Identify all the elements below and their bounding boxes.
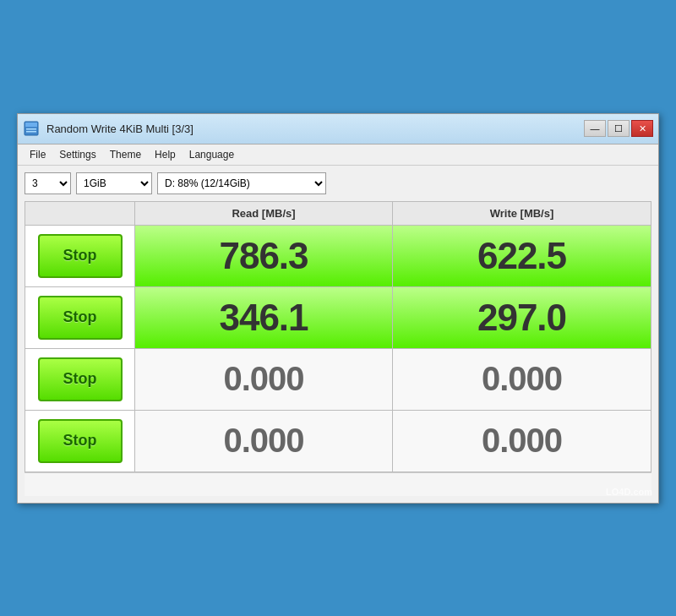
content-area: 3 1GiB D: 88% (12/14GiB) Read [MB/s] Wri… (18, 166, 658, 503)
queue-depth-select[interactable]: 3 (25, 172, 71, 194)
stop-button-1[interactable]: Stop (38, 234, 123, 278)
read-value-2: 346.1 (219, 297, 308, 339)
results-grid: Read [MB/s] Write [MB/s] Stop 786.3 622.… (25, 201, 651, 472)
toolbar: 3 1GiB D: 88% (12/14GiB) (25, 172, 651, 194)
table-row: Stop 346.1 297.0 (25, 287, 651, 349)
stop-button-3[interactable]: Stop (38, 357, 123, 401)
titlebar: Random Write 4KiB Multi [3/3] — ☐ ✕ (18, 114, 658, 144)
close-button[interactable]: ✕ (631, 120, 653, 137)
table-row: Stop 786.3 622.5 (25, 226, 651, 287)
write-value-4: 0.000 (482, 422, 562, 460)
menu-language[interactable]: Language (183, 147, 241, 162)
stop-cell-4: Stop (25, 411, 135, 472)
watermark: LO4D.com (606, 487, 652, 497)
menu-theme[interactable]: Theme (103, 147, 148, 162)
table-row: Stop 0.000 0.000 (25, 411, 651, 472)
write-value-cell-2: 297.0 (393, 287, 651, 348)
menubar: File Settings Theme Help Language (18, 144, 658, 166)
read-value-cell-1: 786.3 (135, 226, 393, 286)
menu-help[interactable]: Help (148, 147, 183, 162)
stop-cell-2: Stop (25, 287, 135, 348)
grid-header: Read [MB/s] Write [MB/s] (25, 202, 651, 226)
minimize-button[interactable]: — (584, 120, 606, 137)
read-value-3: 0.000 (223, 360, 303, 398)
stop-cell-3: Stop (25, 349, 135, 410)
write-value-cell-4: 0.000 (393, 411, 651, 472)
svg-rect-1 (25, 123, 37, 127)
header-write: Write [MB/s] (393, 202, 651, 225)
write-value-1: 622.5 (477, 235, 566, 277)
window-title: Random Write 4KiB Multi [3/3] (46, 123, 194, 135)
header-read: Read [MB/s] (135, 202, 393, 225)
titlebar-buttons: — ☐ ✕ (584, 120, 653, 137)
read-value-cell-4: 0.000 (135, 411, 393, 472)
menu-settings[interactable]: Settings (52, 147, 102, 162)
read-value-4: 0.000 (223, 422, 303, 460)
stop-button-2[interactable]: Stop (38, 296, 123, 340)
read-value-1: 786.3 (219, 235, 308, 277)
write-value-2: 297.0 (477, 297, 566, 339)
maximize-button[interactable]: ☐ (608, 120, 630, 137)
status-bar (25, 472, 651, 496)
table-row: Stop 0.000 0.000 (25, 349, 651, 411)
svg-rect-3 (26, 131, 36, 133)
titlebar-left: Random Write 4KiB Multi [3/3] (23, 120, 194, 137)
write-value-cell-3: 0.000 (393, 349, 651, 410)
header-col1 (25, 202, 135, 225)
write-value-cell-1: 622.5 (393, 226, 651, 286)
stop-button-4[interactable]: Stop (38, 419, 123, 463)
menu-file[interactable]: File (23, 147, 52, 162)
drive-select[interactable]: D: 88% (12/14GiB) (157, 172, 326, 194)
read-value-cell-3: 0.000 (135, 349, 393, 410)
main-window: Random Write 4KiB Multi [3/3] — ☐ ✕ File… (17, 113, 659, 504)
stop-cell-1: Stop (25, 226, 135, 286)
write-value-3: 0.000 (482, 360, 562, 398)
app-icon (23, 120, 40, 137)
svg-rect-2 (26, 128, 36, 130)
test-size-select[interactable]: 1GiB (76, 172, 152, 194)
read-value-cell-2: 346.1 (135, 287, 393, 348)
